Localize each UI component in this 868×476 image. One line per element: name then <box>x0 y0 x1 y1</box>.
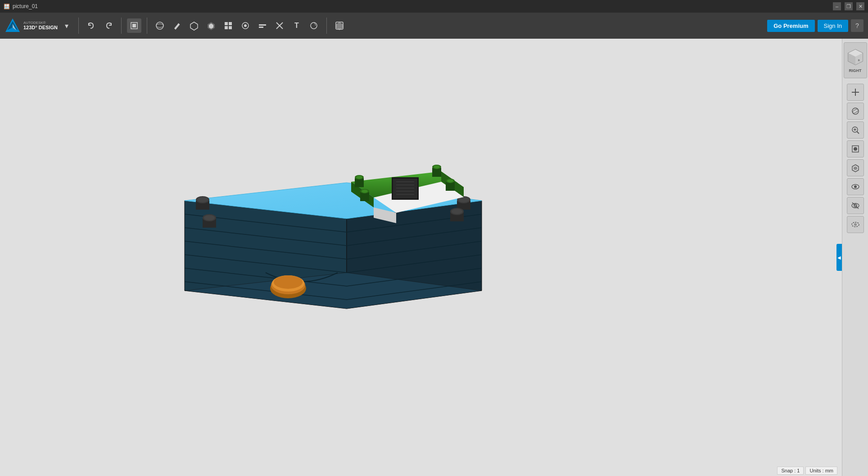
align-icon <box>258 21 267 31</box>
undo-button[interactable] <box>84 18 99 33</box>
app-logo: AUTODESK® 123D° DESIGN <box>5 18 58 34</box>
primitives-button[interactable] <box>153 18 167 33</box>
model-svg <box>158 84 509 336</box>
svg-point-73 <box>434 166 440 169</box>
hide-selected-button[interactable] <box>847 197 864 214</box>
svg-rect-18 <box>259 27 263 28</box>
svg-point-60 <box>452 209 462 214</box>
construct-button[interactable] <box>187 18 201 33</box>
titlebar-title: picture_01 <box>13 3 38 9</box>
new-solid-button[interactable] <box>127 18 141 33</box>
new-solid-icon <box>129 21 139 31</box>
perspective-icon <box>850 163 860 173</box>
sketch-icon <box>172 21 182 31</box>
visibility-button[interactable] <box>847 178 864 195</box>
svg-point-42 <box>274 275 303 289</box>
orbit-icon <box>850 106 860 116</box>
delete-button[interactable] <box>272 18 287 33</box>
right-panel: R RIGHT <box>842 39 868 476</box>
minimize-button[interactable]: – <box>833 2 841 10</box>
zoom-fit-button[interactable] <box>847 84 864 101</box>
construct-icon <box>189 21 199 31</box>
group-button[interactable] <box>238 18 253 33</box>
svg-point-56 <box>204 215 215 220</box>
zoom-icon <box>850 125 860 135</box>
hide-selected-icon <box>850 201 860 211</box>
view-cube-label: RIGHT <box>849 68 862 73</box>
svg-point-16 <box>244 24 247 27</box>
measure-button[interactable] <box>307 18 321 33</box>
app-logo-text: AUTODESK® 123D° DESIGN <box>23 21 58 31</box>
orbit-button[interactable] <box>847 103 864 120</box>
app-menu-dropdown[interactable]: ▾ <box>65 22 68 30</box>
svg-rect-14 <box>229 26 232 29</box>
divider-4 <box>326 18 327 34</box>
close-button[interactable]: ✕ <box>856 2 864 10</box>
visibility-icon <box>850 182 860 192</box>
group-icon <box>240 21 250 31</box>
svg-point-81 <box>447 180 453 183</box>
svg-point-21 <box>311 22 317 29</box>
svg-rect-4 <box>132 24 136 27</box>
delete-icon <box>275 21 285 31</box>
view-cube[interactable]: R RIGHT <box>844 42 867 78</box>
titlebar-controls: – ❐ ✕ <box>833 2 864 10</box>
text-button[interactable]: T <box>289 18 304 33</box>
svg-point-112 <box>854 223 857 226</box>
align-button[interactable] <box>255 18 270 33</box>
toolbar: AUTODESK® 123D° DESIGN ▾ <box>0 13 868 39</box>
zoom-fit-icon <box>850 87 860 97</box>
chevron-left-icon: ◀ <box>837 255 841 260</box>
fit-all-icon <box>850 144 860 154</box>
premium-button[interactable]: Go Premium <box>767 20 814 32</box>
svg-point-69 <box>356 176 362 179</box>
show-hidden-icon <box>850 220 860 229</box>
3d-model <box>158 84 509 345</box>
svg-point-77 <box>362 190 368 193</box>
titlebar: 🪟 picture_01 – ❐ ✕ <box>0 0 868 13</box>
sketch-button[interactable] <box>170 18 184 33</box>
restore-button[interactable]: ❐ <box>845 2 853 10</box>
titlebar-left: 🪟 picture_01 <box>4 3 38 9</box>
units-status: Units : mm <box>805 467 837 475</box>
svg-point-5 <box>156 22 163 29</box>
perspective-button[interactable] <box>847 159 864 176</box>
svg-line-99 <box>857 131 859 134</box>
divider-3 <box>147 18 147 34</box>
svg-text:R: R <box>858 59 860 62</box>
scripts-icon <box>335 21 344 31</box>
pattern-icon <box>223 21 233 31</box>
svg-point-48 <box>197 197 208 202</box>
svg-rect-17 <box>259 24 266 26</box>
primitives-icon <box>155 21 165 31</box>
svg-rect-13 <box>225 26 228 29</box>
fit-all-button[interactable] <box>847 140 864 157</box>
svg-rect-12 <box>229 22 232 25</box>
zoom-button[interactable] <box>847 121 864 139</box>
text-icon: T <box>294 22 299 30</box>
measure-icon <box>309 21 319 31</box>
help-button[interactable]: ? <box>851 19 863 32</box>
statusbar: Snap : 1 Units : mm <box>773 465 841 476</box>
viewport[interactable]: R RIGHT <box>0 39 868 476</box>
pattern-button[interactable] <box>221 18 235 33</box>
modify-button[interactable] <box>204 18 218 33</box>
snap-status: Snap : 1 <box>777 467 804 475</box>
autodesk-logo-icon <box>5 18 21 34</box>
panel-toggle-button[interactable]: ◀ <box>836 244 842 271</box>
scripts-button[interactable] <box>332 18 347 33</box>
show-hidden-button[interactable] <box>847 216 864 233</box>
redo-icon <box>104 21 113 30</box>
svg-point-6 <box>156 24 163 27</box>
undo-icon <box>87 21 96 30</box>
divider-1 <box>78 18 79 34</box>
redo-button[interactable] <box>101 18 116 33</box>
svg-point-107 <box>854 185 857 188</box>
divider-2 <box>121 18 122 34</box>
view-cube-icon: R <box>845 48 865 67</box>
svg-marker-8 <box>190 22 198 30</box>
svg-rect-11 <box>225 22 228 25</box>
svg-point-103 <box>854 147 857 151</box>
signin-button[interactable]: Sign In <box>818 20 848 32</box>
svg-marker-105 <box>854 166 857 170</box>
